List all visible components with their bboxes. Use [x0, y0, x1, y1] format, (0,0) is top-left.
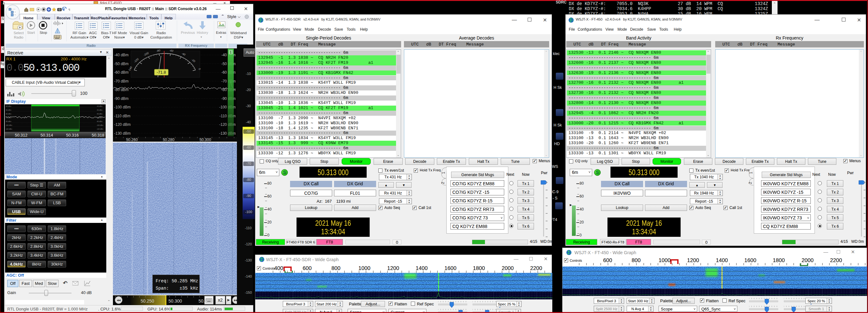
svg-text:2: 2 [748, 182, 752, 184]
svg-text:-40 dBm: -40 dBm [114, 53, 128, 57]
svg-text:50.260: 50.260 [126, 137, 138, 142]
svg-text:-120 dBm: -120 dBm [96, 128, 103, 130]
svg-text:-100 dBm: -100 dBm [114, 105, 131, 109]
svg-text:-60 dBm: -60 dBm [96, 113, 102, 115]
svg-text:-110 dBm: -110 dBm [114, 114, 130, 118]
svg-text:-40 dBm: -40 dBm [96, 105, 102, 107]
svg-text:1: 1 [749, 172, 753, 174]
svg-text:-120 dBm: -120 dBm [5, 128, 12, 130]
svg-text:1: 1 [441, 172, 446, 174]
svg-text:50.280: 50.280 [163, 137, 175, 142]
svg-text:-60 dBm: -60 dBm [5, 113, 11, 115]
svg-text:50.250: 50.250 [141, 299, 154, 304]
svg-text:-70 dBm: -70 dBm [114, 79, 128, 84]
svg-text:-130 dBm: -130 dBm [114, 131, 131, 136]
svg-text:-60 dBm: -60 dBm [114, 70, 128, 74]
svg-text:-60: -60 [169, 49, 174, 53]
svg-text:2: 2 [441, 182, 445, 184]
svg-text:-50 dBm: -50 dBm [96, 109, 102, 111]
svg-text:-40 dBm: -40 dBm [5, 105, 11, 107]
svg-text:Style: Style [227, 14, 236, 19]
svg-text:-80 dBm: -80 dBm [5, 121, 11, 122]
svg-text:50.300: 50.300 [199, 137, 211, 142]
svg-text:-71.8: -71.8 [157, 70, 166, 74]
svg-text:-50 dBm: -50 dBm [114, 62, 128, 66]
svg-text:-50 dBm: -50 dBm [5, 109, 11, 111]
svg-text:-120 dBm: -120 dBm [114, 122, 131, 127]
svg-text:50.300: 50.300 [168, 299, 182, 304]
svg-text:-80 dBm: -80 dBm [96, 121, 102, 122]
svg-text:1: 1 [230, 50, 231, 54]
svg-text:-80: -80 [156, 49, 161, 53]
svg-text:-100 dBm: -100 dBm [5, 124, 12, 126]
svg-text:-90 dBm: -90 dBm [114, 96, 128, 101]
svg-text:-100 dBm: -100 dBm [96, 124, 103, 126]
